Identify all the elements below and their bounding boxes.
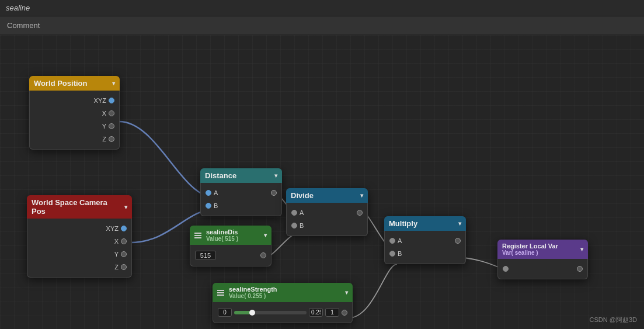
distance-b-row: B (201, 199, 281, 212)
distance-node[interactable]: Distance ▾ A B (200, 168, 282, 216)
sealine-strength-val-input[interactable] (309, 308, 323, 317)
sealine-strength-dropdown-icon[interactable]: ▾ (345, 289, 348, 296)
sealine-dis-header[interactable]: sealineDis Value( 515 ) ▾ (190, 226, 271, 245)
world-position-x-row: X (30, 107, 119, 120)
sealine-strength-hamburger-icon (217, 290, 224, 296)
register-local-var-node[interactable]: Register Local Var Var( sealine ) ▾ (497, 240, 588, 279)
world-position-z-row: Z (30, 133, 119, 146)
sealine-strength-slider[interactable] (234, 311, 307, 314)
multiply-body: A B (384, 231, 466, 264)
sealine-strength-node[interactable]: sealineStrength Value( 0.255 ) ▾ (213, 283, 353, 323)
camera-pos-xyz-label: XYZ (106, 225, 119, 232)
distance-b-label: B (214, 202, 218, 209)
sealine-dis-node[interactable]: sealineDis Value( 515 ) ▾ (190, 226, 271, 266)
divide-node[interactable]: Divide ▾ A B (286, 188, 368, 236)
comment-label: Comment (7, 21, 40, 30)
sealine-dis-subtitle: Value( 515 ) (206, 236, 238, 242)
register-var-title: Register Local Var (502, 243, 558, 250)
sealine-strength-max-input[interactable] (325, 308, 339, 317)
multiply-b-port[interactable] (389, 251, 395, 257)
camera-pos-y-label: Y (114, 251, 119, 258)
multiply-a-label: A (398, 237, 402, 244)
camera-pos-x-port[interactable] (121, 238, 127, 244)
camera-pos-x-row: X (27, 235, 131, 248)
divide-out-port[interactable] (357, 210, 363, 216)
sealine-dis-value-input[interactable] (195, 251, 216, 260)
sealine-dis-body (190, 245, 271, 266)
world-position-y-row: Y (30, 120, 119, 133)
register-var-dropdown-icon[interactable]: ▾ (580, 246, 583, 252)
world-position-header[interactable]: World Position ▾ (29, 76, 120, 91)
divide-a-row: A (287, 206, 367, 219)
sealine-strength-slider-row (213, 306, 352, 319)
register-var-subtitle: Var( sealine ) (502, 250, 558, 256)
app-title: sealine (6, 4, 30, 12)
divide-b-label: B (300, 222, 304, 229)
multiply-title: Multiply (389, 219, 417, 228)
sealine-strength-body (213, 302, 353, 323)
distance-b-port[interactable] (206, 203, 211, 209)
register-var-header[interactable]: Register Local Var Var( sealine ) ▾ (497, 240, 588, 259)
sealine-dis-dropdown-icon[interactable]: ▾ (264, 232, 267, 238)
distance-a-label: A (214, 189, 218, 196)
register-var-ports-row (498, 262, 587, 275)
register-var-in-port[interactable] (503, 266, 509, 272)
camera-pos-z-label: Z (114, 264, 119, 271)
sealine-strength-min-input[interactable] (218, 308, 232, 317)
camera-pos-title: World Space Camera Pos (32, 198, 122, 216)
distance-a-row: A (201, 186, 281, 199)
distance-dropdown-icon[interactable]: ▾ (274, 172, 277, 179)
divide-header[interactable]: Divide ▾ (286, 188, 368, 203)
world-position-x-label: X (102, 110, 106, 117)
world-position-xyz-port[interactable] (109, 98, 114, 103)
distance-a-port[interactable] (206, 190, 211, 196)
camera-pos-x-label: X (114, 238, 119, 245)
distance-body: A B (200, 183, 282, 216)
multiply-dropdown-icon[interactable]: ▾ (458, 220, 461, 227)
multiply-header[interactable]: Multiply ▾ (384, 216, 466, 231)
multiply-out-port[interactable] (455, 238, 461, 244)
distance-out-port[interactable] (271, 190, 277, 196)
camera-pos-y-row: Y (27, 248, 131, 261)
divide-b-port[interactable] (291, 223, 297, 228)
world-space-camera-pos-node[interactable]: World Space Camera Pos ▾ XYZ X Y Z (27, 195, 132, 278)
world-position-body: XYZ X Y Z (29, 91, 120, 150)
world-position-xyz-row: XYZ (30, 94, 119, 107)
camera-pos-body: XYZ X Y Z (27, 219, 132, 278)
world-position-dropdown-icon[interactable]: ▾ (112, 80, 115, 86)
multiply-a-port[interactable] (389, 238, 395, 244)
multiply-b-label: B (398, 250, 402, 257)
divide-title: Divide (291, 191, 314, 200)
title-bar: sealine (0, 0, 644, 16)
world-position-node[interactable]: World Position ▾ XYZ X Y Z (29, 76, 120, 150)
divide-b-row: B (287, 219, 367, 232)
multiply-b-row: B (385, 247, 465, 260)
world-position-title: World Position (34, 79, 87, 88)
distance-title: Distance (205, 171, 236, 180)
sealine-strength-subtitle: Value( 0.255 ) (229, 293, 277, 299)
camera-pos-dropdown-icon[interactable]: ▾ (124, 204, 127, 210)
camera-pos-y-port[interactable] (121, 251, 127, 257)
camera-pos-z-port[interactable] (121, 264, 127, 270)
world-position-xyz-label: XYZ (94, 97, 106, 104)
world-position-z-port[interactable] (109, 136, 114, 142)
world-position-y-label: Y (102, 123, 106, 130)
register-var-out-port[interactable] (577, 266, 583, 272)
sealine-strength-header[interactable]: sealineStrength Value( 0.255 ) ▾ (213, 283, 353, 302)
camera-pos-z-row: Z (27, 261, 131, 273)
camera-pos-header[interactable]: World Space Camera Pos ▾ (27, 195, 132, 219)
register-var-body (497, 259, 588, 279)
sealine-dis-out-port[interactable] (260, 252, 266, 258)
camera-pos-xyz-port[interactable] (121, 226, 127, 231)
world-position-y-port[interactable] (109, 123, 114, 129)
sealine-strength-slider-thumb[interactable] (249, 310, 255, 316)
divide-a-label: A (300, 209, 304, 216)
divide-dropdown-icon[interactable]: ▾ (360, 192, 363, 199)
divide-a-port[interactable] (291, 210, 297, 216)
multiply-node[interactable]: Multiply ▾ A B (384, 216, 466, 264)
camera-pos-xyz-row: XYZ (27, 222, 131, 235)
world-position-x-port[interactable] (109, 110, 114, 116)
node-canvas[interactable]: World Position ▾ XYZ X Y Z World S (0, 35, 644, 329)
sealine-strength-out-port[interactable] (342, 310, 347, 316)
distance-header[interactable]: Distance ▾ (200, 168, 282, 183)
